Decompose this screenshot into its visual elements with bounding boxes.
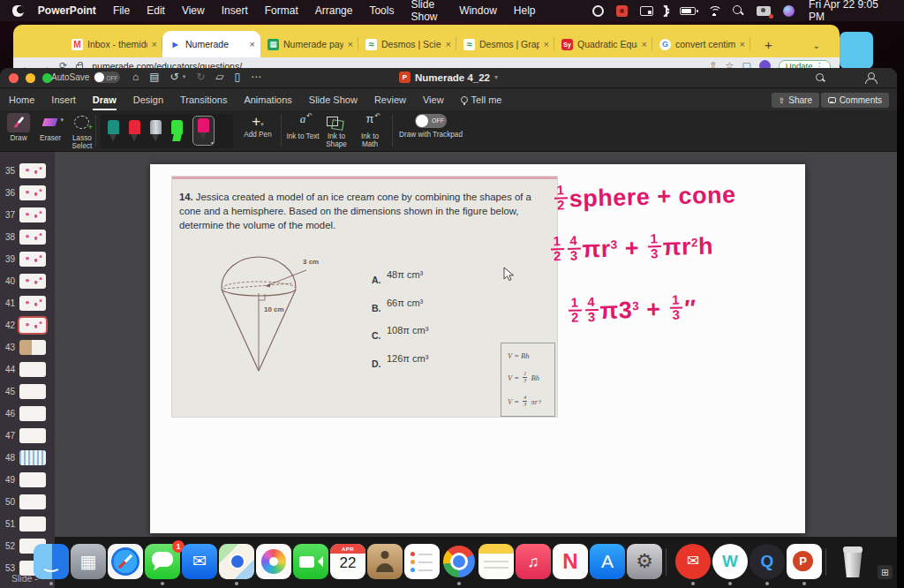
slide-thumbnail-38[interactable] xyxy=(19,230,46,245)
slide-thumbnail-46[interactable] xyxy=(19,406,46,421)
slide-thumbnail-40[interactable] xyxy=(19,274,46,289)
answer-choice-c[interactable]: C.108π cm³ xyxy=(372,322,478,351)
wifi-icon[interactable] xyxy=(708,6,720,16)
menu-view[interactable]: View xyxy=(182,4,205,17)
dock-music-icon[interactable] xyxy=(516,544,551,579)
menu-arrange[interactable]: Arrange xyxy=(315,4,353,17)
browser-tab-inbox-themiddle[interactable]: Inbox - themiddle× xyxy=(64,31,162,57)
dock-settings-icon[interactable] xyxy=(627,544,662,579)
eraser-tool-button[interactable]: Eraser xyxy=(35,113,65,142)
tab-close-icon[interactable]: × xyxy=(152,39,157,49)
dock-safari-icon[interactable] xyxy=(108,544,143,579)
dock-wapp-icon[interactable]: W xyxy=(712,544,748,579)
slide-thumbnail-44[interactable] xyxy=(19,362,46,377)
menu-format[interactable]: Format xyxy=(265,4,298,17)
dock-powerpoint-icon[interactable] xyxy=(787,544,822,579)
search-icon[interactable] xyxy=(816,73,826,84)
dock-facetime-icon[interactable] xyxy=(293,544,328,579)
menu-window[interactable]: Window xyxy=(459,4,497,17)
slide-thumbnail-39[interactable] xyxy=(19,252,46,267)
answer-choice-a[interactable]: A.48π cm³ xyxy=(372,267,478,295)
slide-thumbnail-42[interactable] xyxy=(19,318,46,333)
ink-to-text-button[interactable]: Ink to Text xyxy=(286,113,320,149)
slide-thumbnail-51[interactable] xyxy=(19,516,46,531)
browser-tab-numerade[interactable]: Numerade× xyxy=(162,31,260,57)
tab-search-chevron-icon[interactable]: ⌄ xyxy=(813,41,820,50)
pen-pencil-3[interactable] xyxy=(150,120,162,147)
dock-mail-icon[interactable] xyxy=(182,544,217,579)
add-pen-button[interactable]: +▾ Add Pen xyxy=(240,113,275,139)
answer-choice-b[interactable]: B.66π cm³ xyxy=(372,295,478,323)
slide-thumbnail-43[interactable] xyxy=(19,340,46,355)
pen-pen-1[interactable] xyxy=(108,120,119,147)
tab-close-icon[interactable]: × xyxy=(642,39,647,49)
tab-close-icon[interactable]: × xyxy=(250,39,255,49)
dock-photos-icon[interactable] xyxy=(256,544,291,579)
dock-news-icon[interactable] xyxy=(553,544,588,579)
dock-contacts-icon[interactable] xyxy=(367,544,403,579)
battery-icon[interactable] xyxy=(680,7,696,15)
trackpad-toggle[interactable]: OFF xyxy=(415,114,447,128)
browser-tab-desmos-scientifi[interactable]: Desmos | Scientifi× xyxy=(358,31,456,57)
dock-gmail-icon[interactable] xyxy=(675,544,711,579)
selected-pen[interactable] xyxy=(192,116,215,146)
answer-choice-d[interactable]: D.126π cm³ xyxy=(372,351,478,379)
menu-file[interactable]: File xyxy=(113,4,130,17)
ink-to-math-button[interactable]: Ink to Math xyxy=(353,113,387,149)
tell-me-control[interactable]: Tell me xyxy=(461,94,502,105)
slide-thumbnail-37[interactable] xyxy=(19,207,46,222)
slide-thumbnail-36[interactable] xyxy=(19,185,46,200)
dock-trash-icon[interactable] xyxy=(835,544,870,579)
dock-launchpad-icon[interactable] xyxy=(71,544,106,579)
presence-icon[interactable] xyxy=(865,72,878,84)
share-button[interactable]: ⇧Share xyxy=(772,93,819,108)
slide-thumbnail-50[interactable] xyxy=(19,494,46,509)
slide-thumbnail-47[interactable] xyxy=(19,428,46,443)
extension-icon[interactable] xyxy=(616,5,628,17)
draw-tool-button[interactable]: Draw xyxy=(4,113,34,142)
tab-close-icon[interactable]: × xyxy=(446,39,451,49)
lasso-select-button[interactable]: Lasso Select xyxy=(67,113,97,150)
menu-edit[interactable]: Edit xyxy=(147,4,165,17)
slide-thumbnail-35[interactable] xyxy=(19,163,46,178)
document-title[interactable]: Numerade 4_22 xyxy=(415,72,490,83)
ink-to-shape-button[interactable]: Ink to Shape xyxy=(320,113,353,149)
ribbon-tab-animations[interactable]: Animations xyxy=(244,89,291,110)
ribbon-tab-transitions[interactable]: Transitions xyxy=(180,89,227,110)
menu-help[interactable]: Help xyxy=(514,4,536,17)
dock-quicktime-icon[interactable] xyxy=(750,544,785,579)
ribbon-tab-draw[interactable]: Draw xyxy=(93,89,117,110)
slide-thumbnail-41[interactable] xyxy=(19,296,46,311)
slide-thumbnail-48[interactable] xyxy=(19,450,46,465)
fast-user-switch-icon[interactable] xyxy=(757,6,771,16)
display-icon[interactable] xyxy=(640,6,653,16)
dock-reminders-icon[interactable] xyxy=(404,544,440,579)
menu-slide-show[interactable]: Slide Show xyxy=(411,0,459,23)
menu-tools[interactable]: Tools xyxy=(369,4,394,17)
ribbon-tab-review[interactable]: Review xyxy=(374,89,406,110)
tab-close-icon[interactable]: × xyxy=(740,39,745,49)
comments-button[interactable]: Comments xyxy=(821,93,889,108)
dock-notes-icon[interactable] xyxy=(478,544,514,579)
dock-calendar-icon[interactable]: APR22 xyxy=(330,544,365,579)
dock-messages-icon[interactable]: 1 xyxy=(145,544,180,579)
browser-tab-convert-centimete[interactable]: convert centimete× xyxy=(652,31,750,57)
title-chevron-icon[interactable]: ▾ xyxy=(494,73,498,81)
search-icon[interactable] xyxy=(733,5,744,17)
pen-pen-5[interactable] xyxy=(198,118,209,145)
new-tab-button[interactable]: + xyxy=(765,37,772,52)
menu-clock[interactable]: Fri Apr 22 9:05 PM xyxy=(809,0,893,23)
pen-pen-2[interactable] xyxy=(129,120,140,147)
slide[interactable]: 14. Jessica created a model of an ice cr… xyxy=(150,164,805,533)
siri-icon[interactable] xyxy=(783,5,795,17)
menu-powerpoint[interactable]: PowerPoint xyxy=(38,4,96,17)
tab-close-icon[interactable]: × xyxy=(544,39,549,49)
slide-thumbnail-49[interactable] xyxy=(19,472,46,487)
ribbon-tab-home[interactable]: Home xyxy=(9,89,34,110)
dock-maps-icon[interactable] xyxy=(219,544,254,579)
ribbon-tab-design[interactable]: Design xyxy=(133,89,163,110)
apple-logo-icon[interactable] xyxy=(12,5,24,17)
menu-insert[interactable]: Insert xyxy=(222,4,248,17)
dock-chrome-icon[interactable] xyxy=(441,544,477,579)
dock-appstore-icon[interactable] xyxy=(590,544,625,579)
